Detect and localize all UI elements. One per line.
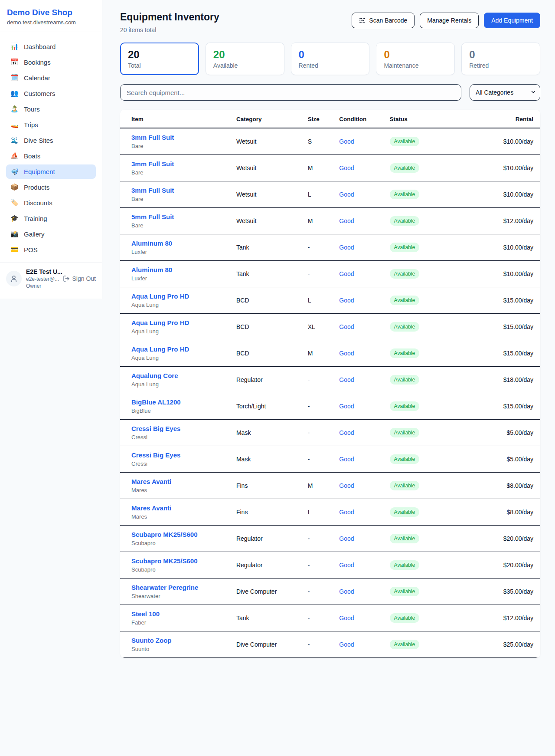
item-size: XL [301,314,333,340]
item-condition-link[interactable]: Good [339,164,354,171]
table-row[interactable]: 3mm Full Suit Bare Wetsuit L Good Availa… [120,181,540,208]
item-condition-link[interactable]: Good [339,641,354,648]
sidebar-item-trips[interactable]: 🚤 Trips [6,118,96,132]
sidebar-item-equipment[interactable]: 🤿 Equipment [6,164,96,179]
item-name-link[interactable]: 3mm Full Suit [131,187,222,194]
table-row[interactable]: Aqua Lung Pro HD Aqua Lung BCD L Good Av… [120,287,540,314]
scan-barcode-button[interactable]: Scan Barcode [352,13,415,28]
sidebar-item-dashboard[interactable]: 📊 Dashboard [6,39,96,54]
sidebar-item-pos[interactable]: 💳 POS [6,243,96,257]
item-name-link[interactable]: Shearwater Peregrine [131,584,222,591]
stat-card-retired[interactable]: 0 Retired [461,43,540,75]
table-row[interactable]: Suunto Zoop Suunto Dive Computer - Good … [120,631,540,658]
item-name-link[interactable]: Aluminum 80 [131,240,222,247]
item-name-link[interactable]: BigBlue AL1200 [131,398,222,406]
sign-out-button[interactable]: Sign Out [63,275,96,282]
stat-card-total[interactable]: 20 Total [120,43,199,75]
search-input[interactable] [120,84,461,101]
table-row[interactable]: Cressi Big Eyes Cressi Mask - Good Avail… [120,420,540,446]
item-name-link[interactable]: Cressi Big Eyes [131,425,222,432]
item-condition-link[interactable]: Good [339,615,354,621]
table-row[interactable]: 5mm Full Suit Bare Wetsuit M Good Availa… [120,208,540,234]
stat-card-available[interactable]: 20 Available [206,43,284,75]
table-row[interactable]: Aqua Lung Pro HD Aqua Lung BCD XL Good A… [120,314,540,340]
item-condition-link[interactable]: Good [339,323,354,330]
item-name-link[interactable]: Scubapro MK25/S600 [131,557,222,565]
item-condition-link[interactable]: Good [339,562,354,569]
item-brand: Mares [131,513,222,520]
item-name-link[interactable]: Steel 100 [131,610,222,618]
item-condition-link[interactable]: Good [339,456,354,463]
table-row[interactable]: Cressi Big Eyes Cressi Mask - Good Avail… [120,446,540,473]
equipment-table: Item Category Size Condition Status Rent… [120,110,540,658]
item-condition-link[interactable]: Good [339,138,354,145]
item-condition-link[interactable]: Good [339,244,354,251]
table-row[interactable]: Shearwater Peregrine Shearwater Dive Com… [120,579,540,605]
item-name-link[interactable]: Aqualung Core [131,372,222,379]
table-row[interactable]: BigBlue AL1200 BigBlue Torch/Light - Goo… [120,393,540,420]
item-condition-link[interactable]: Good [339,588,354,595]
item-size: - [301,234,333,261]
item-brand: Aqua Lung [131,355,222,361]
item-name-link[interactable]: 5mm Full Suit [131,213,222,220]
item-condition-link[interactable]: Good [339,270,354,277]
table-row[interactable]: Aqua Lung Pro HD Aqua Lung BCD M Good Av… [120,340,540,367]
item-rental-rate: $5.00/day [465,420,540,446]
table-row[interactable]: 3mm Full Suit Bare Wetsuit M Good Availa… [120,155,540,181]
table-row[interactable]: Scubapro MK25/S600 Scubapro Regulator - … [120,526,540,552]
table-row[interactable]: Aqualung Core Aqua Lung Regulator - Good… [120,367,540,393]
sidebar-item-customers[interactable]: 👥 Customers [6,86,96,101]
item-name-link[interactable]: Mares Avanti [131,504,222,512]
item-condition-link[interactable]: Good [339,482,354,489]
sidebar-item-bookings[interactable]: 📅 Bookings [6,55,96,69]
item-name-link[interactable]: 3mm Full Suit [131,160,222,168]
stat-value: 0 [384,49,447,61]
item-name-link[interactable]: Suunto Zoop [131,637,222,644]
category-select[interactable]: All Categories [470,84,540,101]
table-row[interactable]: Scubapro MK25/S600 Scubapro Regulator - … [120,552,540,579]
item-name-link[interactable]: Aqua Lung Pro HD [131,293,222,300]
table-row[interactable]: 3mm Full Suit Bare Wetsuit S Good Availa… [120,128,540,155]
item-condition-link[interactable]: Good [339,403,354,410]
sidebar-item-calendar[interactable]: 🗓️ Calendar [6,71,96,85]
item-condition-link[interactable]: Good [339,217,354,224]
status-badge: Available [390,243,419,252]
item-name-link[interactable]: Mares Avanti [131,478,222,485]
stat-card-maintenance[interactable]: 0 Maintenance [376,43,455,75]
item-category: Fins [229,499,301,526]
sidebar-item-tours[interactable]: 🏝️ Tours [6,102,96,116]
stat-label: Maintenance [384,62,447,69]
item-name-link[interactable]: Aqua Lung Pro HD [131,319,222,326]
item-name-link[interactable]: Scubapro MK25/S600 [131,531,222,538]
item-condition-link[interactable]: Good [339,350,354,357]
item-name-link[interactable]: Cressi Big Eyes [131,451,222,459]
item-category: Torch/Light [229,393,301,420]
item-condition-link[interactable]: Good [339,509,354,516]
item-name-link[interactable]: 3mm Full Suit [131,134,222,141]
sidebar-item-dive-sites[interactable]: 🌊 Dive Sites [6,133,96,148]
sidebar-item-products[interactable]: 📦 Products [6,180,96,194]
table-row[interactable]: Mares Avanti Mares Fins L Good Available… [120,499,540,526]
sidebar-item-gallery[interactable]: 📸 Gallery [6,227,96,241]
stat-card-rented[interactable]: 0 Rented [291,43,370,75]
table-row[interactable]: Aluminum 80 Luxfer Tank - Good Available… [120,261,540,287]
item-condition-link[interactable]: Good [339,191,354,198]
sidebar-item-training[interactable]: 🎓 Training [6,211,96,226]
manage-rentals-button[interactable]: Manage Rentals [420,13,479,28]
status-badge: Available [390,560,419,570]
item-condition-link[interactable]: Good [339,297,354,304]
item-condition-link[interactable]: Good [339,376,354,383]
sidebar-item-boats[interactable]: ⛵ Boats [6,149,96,163]
table-row[interactable]: Steel 100 Faber Tank - Good Available $1… [120,605,540,631]
table-row[interactable]: Mares Avanti Mares Fins M Good Available… [120,473,540,499]
diving-mask-icon: 🤿 [10,168,18,175]
item-name-link[interactable]: Aluminum 80 [131,266,222,273]
sidebar-item-discounts[interactable]: 🏷️ Discounts [6,196,96,210]
item-name-link[interactable]: Aqua Lung Pro HD [131,345,222,353]
item-rental-rate: $10.00/day [465,128,540,155]
logout-icon [63,275,70,282]
item-condition-link[interactable]: Good [339,429,354,436]
item-condition-link[interactable]: Good [339,535,354,542]
add-equipment-button[interactable]: Add Equipment [484,13,540,28]
table-row[interactable]: Aluminum 80 Luxfer Tank - Good Available… [120,234,540,261]
